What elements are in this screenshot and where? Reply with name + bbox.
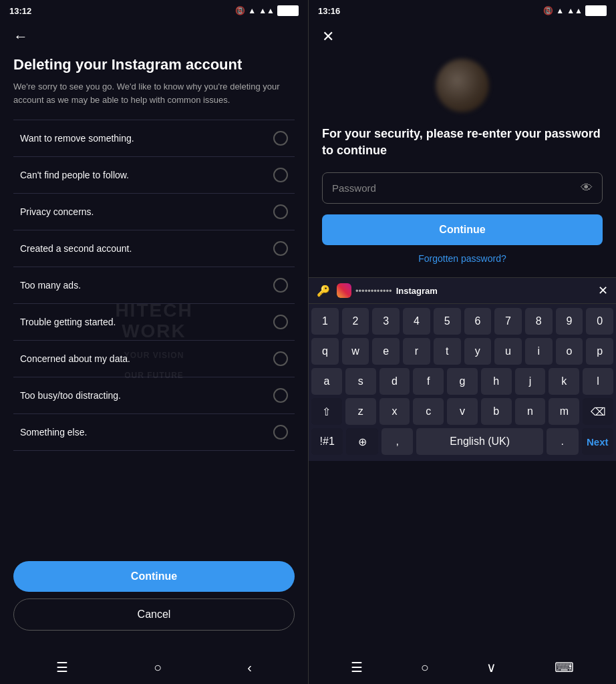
- radio-button[interactable]: [273, 351, 288, 366]
- keyboard-key[interactable]: s: [345, 368, 376, 395]
- keyboard-key[interactable]: 3: [372, 308, 400, 335]
- eye-icon[interactable]: 👁: [581, 181, 593, 195]
- keyboard-key[interactable]: l: [583, 368, 613, 395]
- keyboard-key[interactable]: m: [549, 398, 579, 425]
- keyboard-key[interactable]: a: [311, 368, 342, 395]
- zxcv-row: ⇧zxcvbnm⌫: [311, 398, 613, 425]
- keyboard-key[interactable]: f: [413, 368, 444, 395]
- keyboard-key[interactable]: h: [481, 368, 512, 395]
- next-button[interactable]: Next: [582, 428, 613, 455]
- nav-menu-icon[interactable]: ☰: [56, 659, 68, 675]
- option-item[interactable]: Something else.: [13, 414, 295, 451]
- keyboard-key[interactable]: English (UK): [416, 428, 543, 455]
- qwerty-row: qwertyuiop: [311, 338, 613, 365]
- option-item[interactable]: Trouble getting started.: [13, 304, 295, 341]
- radio-button[interactable]: [273, 131, 288, 146]
- right-nav-menu-icon[interactable]: ☰: [351, 659, 363, 675]
- option-item[interactable]: Can't find people to follow.: [13, 157, 295, 194]
- option-item[interactable]: Too busy/too distracting.: [13, 377, 295, 414]
- keyboard-key[interactable]: .: [547, 428, 578, 455]
- right-signal-icon: 📵: [543, 6, 553, 15]
- keyboard-key[interactable]: ⊕: [346, 428, 377, 455]
- keyboard-key[interactable]: j: [515, 368, 546, 395]
- keyboard-key[interactable]: 8: [525, 308, 553, 335]
- right-network-icon: ▲▲: [567, 6, 583, 15]
- right-nav-home-icon[interactable]: ○: [421, 660, 429, 675]
- bottom-buttons: Continue Cancel: [13, 550, 295, 637]
- right-main-content: ✕ For your security, please re-enter you…: [309, 21, 616, 651]
- keyboard-key[interactable]: 4: [403, 308, 430, 335]
- radio-button[interactable]: [273, 315, 288, 329]
- keyboard-key[interactable]: n: [515, 398, 546, 425]
- option-label: Something else.: [20, 427, 87, 438]
- right-nav-chevron-icon[interactable]: ∨: [486, 659, 496, 675]
- radio-button[interactable]: [273, 278, 288, 293]
- left-phone: 13:12 📵 ▲ ▲▲ 95% ← Deleting your Instagr…: [0, 0, 308, 684]
- keyboard-key[interactable]: i: [525, 338, 553, 365]
- keyboard-key[interactable]: q: [311, 338, 339, 365]
- keyboard-key[interactable]: b: [481, 398, 512, 425]
- option-item[interactable]: Created a second account.: [13, 230, 295, 267]
- keyboard-key[interactable]: e: [372, 338, 400, 365]
- keyboard-key[interactable]: d: [379, 368, 410, 395]
- keyboard-key[interactable]: 9: [556, 308, 583, 335]
- keyboard-key[interactable]: g: [447, 368, 478, 395]
- keyboard-key[interactable]: u: [494, 338, 522, 365]
- option-item[interactable]: Too many ads.: [13, 267, 295, 304]
- right-continue-button[interactable]: Continue: [322, 214, 603, 245]
- keyboard-close-icon[interactable]: ✕: [598, 283, 608, 298]
- password-field-wrap[interactable]: Password 👁: [322, 172, 603, 204]
- keyboard-key[interactable]: 6: [464, 308, 492, 335]
- close-button[interactable]: ✕: [309, 21, 342, 52]
- keyboard-key[interactable]: v: [447, 398, 478, 425]
- autofill-dots: ••••••••••••: [355, 286, 392, 296]
- right-nav-keyboard-icon[interactable]: ⌨: [555, 659, 574, 675]
- option-item[interactable]: Concerned about my data.: [13, 341, 295, 377]
- option-label: Concerned about my data.: [20, 353, 130, 364]
- keyboard-key[interactable]: z: [345, 398, 376, 425]
- cancel-button[interactable]: Cancel: [13, 598, 295, 631]
- option-label: Too many ads.: [20, 280, 81, 291]
- left-main-content: ← Deleting your Instagram account We're …: [0, 21, 308, 651]
- radio-button[interactable]: [273, 168, 288, 182]
- keyboard-key[interactable]: k: [549, 368, 579, 395]
- keyboard-key[interactable]: ⌫: [583, 398, 613, 425]
- radio-button[interactable]: [273, 241, 288, 256]
- avatar: [436, 59, 489, 112]
- bottom-row: !#1⊕,English (UK).Next: [311, 428, 613, 455]
- keyboard-key[interactable]: w: [342, 338, 369, 365]
- security-section: For your security, please re-enter your …: [309, 126, 616, 277]
- keyboard-key[interactable]: 2: [342, 308, 369, 335]
- nav-back-icon[interactable]: ‹: [247, 660, 252, 675]
- radio-button[interactable]: [273, 425, 288, 440]
- nav-home-icon[interactable]: ○: [154, 660, 162, 675]
- keyboard-key[interactable]: 1: [311, 308, 339, 335]
- radio-button[interactable]: [273, 388, 288, 403]
- keyboard-key[interactable]: y: [464, 338, 492, 365]
- network-icon: ▲▲: [259, 6, 275, 15]
- wifi-icon: ▲: [248, 6, 256, 15]
- keyboard-key[interactable]: ⇧: [311, 398, 342, 425]
- keyboard-key[interactable]: 7: [494, 308, 522, 335]
- forgotten-password-link[interactable]: Forgotten password?: [322, 253, 603, 264]
- keyboard-key[interactable]: 5: [434, 308, 461, 335]
- back-button[interactable]: ←: [13, 28, 33, 45]
- keyboard-key[interactable]: 0: [586, 308, 613, 335]
- keyboard-key[interactable]: o: [556, 338, 583, 365]
- continue-button[interactable]: Continue: [13, 561, 295, 592]
- keyboard-rows: 1234567890 qwertyuiop asdfghjkl ⇧zxcvbnm…: [309, 304, 616, 461]
- keyboard-key[interactable]: ,: [381, 428, 413, 455]
- instagram-icon: [337, 283, 351, 298]
- right-nav-bar: ☰ ○ ∨ ⌨: [309, 651, 616, 684]
- option-item[interactable]: Privacy concerns.: [13, 194, 295, 230]
- keyboard-key[interactable]: r: [403, 338, 430, 365]
- keyboard-key[interactable]: p: [586, 338, 613, 365]
- option-item[interactable]: Want to remove something.: [13, 120, 295, 157]
- keyboard-key[interactable]: t: [434, 338, 461, 365]
- radio-button[interactable]: [273, 204, 288, 219]
- keyboard-key[interactable]: x: [379, 398, 410, 425]
- option-label: Privacy concerns.: [20, 206, 94, 217]
- options-list: Want to remove something.Can't find peop…: [13, 120, 295, 550]
- keyboard-key[interactable]: c: [413, 398, 444, 425]
- keyboard-key[interactable]: !#1: [311, 428, 343, 455]
